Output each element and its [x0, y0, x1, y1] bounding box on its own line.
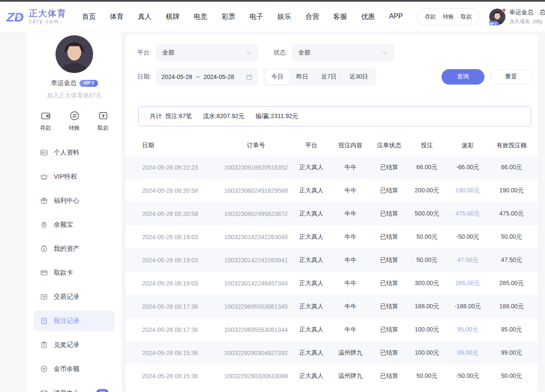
- nav-item[interactable]: 合营: [305, 12, 319, 21]
- gift-icon: [40, 197, 48, 205]
- cell-order-number: 1003229695553081344: [219, 326, 292, 333]
- cell-bet-content: 温州牌九: [330, 349, 371, 357]
- nav-item[interactable]: 真人: [138, 12, 152, 21]
- search-button[interactable]: 查询: [441, 69, 484, 85]
- cell-status: 已结算: [371, 256, 408, 264]
- cell-status: 已结算: [371, 164, 408, 171]
- sidebar-menu: 个人资料 VIP特权 福利中心: [27, 142, 122, 392]
- wallet-action[interactable]: 取款: [461, 13, 472, 21]
- cell-bet-content: 温州牌九: [330, 372, 371, 380]
- filters: 平台: 全部 状态: 全部 日期:: [125, 34, 538, 85]
- sidebar: 幸运金总 VIP 3 加入正大体育第87天 存款: [27, 32, 122, 392]
- nav-item[interactable]: 优惠: [361, 12, 375, 21]
- wallet-action[interactable]: 转账: [443, 13, 454, 21]
- cell-bet-amount: 50.00元: [408, 233, 446, 241]
- sidebar-item-label: 余额宝: [54, 221, 73, 229]
- sidebar-item-redeem-records[interactable]: 兑奖记录: [34, 334, 115, 355]
- cell-date: 2024-05-28 08:22:23: [142, 164, 219, 171]
- sidebar-item-bet-records[interactable]: 投注记录: [34, 310, 115, 331]
- range-7days[interactable]: 近7日: [315, 70, 343, 84]
- cell-status: 已结算: [371, 187, 408, 194]
- user-chip[interactable]: VIP 3 幸运金总 总 永久域名: zdty: [489, 9, 545, 25]
- cell-order-number: 1003230142242263041: [219, 257, 292, 264]
- quick-action-transfer[interactable]: 转账: [69, 110, 80, 132]
- nav-item[interactable]: APP: [389, 12, 403, 21]
- cell-valid-bet: 188.00元: [489, 303, 534, 310]
- cell-valid-bet: 475.00元: [489, 210, 534, 218]
- cell-platform: 正大真人: [292, 256, 330, 264]
- user-meta: 幸运金总 总 永久域名: zdty: [509, 9, 545, 25]
- sidebar-item-yuebao[interactable]: 余额宝: [34, 214, 115, 235]
- logo-mark-icon: ZD: [6, 8, 25, 25]
- col-date: 日期: [142, 142, 219, 149]
- quick-action-withdraw[interactable]: 取款: [97, 110, 109, 132]
- nav-item[interactable]: 娱乐: [277, 12, 291, 21]
- cell-status: 已结算: [371, 326, 408, 334]
- table-row: 2024-05-28 08:17:36 1003229695553081345 …: [125, 295, 538, 318]
- nav-item[interactable]: 电竞: [194, 12, 207, 21]
- quick-action-label: 取款: [97, 124, 109, 132]
- cell-bet-amount: 100.00元: [408, 349, 446, 357]
- transaction-record-icon: [40, 293, 48, 301]
- sidebar-item-messages[interactable]: 消息中心 28: [34, 383, 115, 392]
- cell-payout: 47.50元: [446, 256, 489, 264]
- sidebar-item-coin-balance[interactable]: 金币余额: [34, 359, 115, 379]
- logo-domain: zdty.com: [29, 19, 67, 24]
- chevron-down-icon: [382, 50, 388, 56]
- range-yesterday[interactable]: 昨日: [290, 70, 314, 84]
- quick-action-deposit[interactable]: 存款: [40, 110, 51, 132]
- avatar-image: [55, 35, 93, 73]
- cell-valid-bet: 99.00元: [489, 349, 534, 357]
- reset-button[interactable]: 重置: [490, 69, 532, 85]
- logo[interactable]: ZD 正大体育 zdty.com: [6, 8, 67, 25]
- date-end: 2024-05-28: [204, 73, 234, 80]
- col-order: 订单号: [219, 142, 292, 149]
- date-range-input[interactable]: 2024-05-28 ~ 2024-05-28: [156, 68, 258, 85]
- cell-platform: 正大真人: [292, 233, 330, 241]
- sidebar-item-label: 消息中心: [54, 389, 79, 392]
- col-valid: 有效投注额: [489, 142, 534, 149]
- money-pouch-icon: [40, 221, 48, 229]
- cell-status: 已结算: [371, 210, 408, 218]
- nav-item[interactable]: 棋牌: [166, 12, 180, 21]
- nav-item[interactable]: 首页: [82, 12, 96, 21]
- filter-row-2: 日期: 2024-05-28 ~ 2024-05-28 今日 昨日: [137, 68, 532, 85]
- cell-date: 2024-05-28 08:19:03: [142, 280, 219, 287]
- summary-item: 流水:8207.92元: [203, 112, 244, 120]
- cell-date: 2024-05-28 08:15:36: [142, 349, 219, 356]
- cell-date: 2024-05-28 08:19:03: [142, 234, 219, 240]
- sidebar-item-label: 兑奖记录: [54, 341, 79, 349]
- nav-item[interactable]: 客服: [333, 12, 347, 21]
- range-30days[interactable]: 近30日: [344, 70, 374, 84]
- cell-bet-content: 牛牛: [330, 187, 371, 194]
- profile-avatar[interactable]: [55, 35, 93, 73]
- cell-date: 2024-05-28 08:17:36: [142, 326, 219, 333]
- withdraw-icon: [98, 110, 109, 121]
- screen: ZD 正大体育 zdty.com 首页体育真人棋牌电竞彩票电子娱乐合营客服优惠A…: [0, 0, 545, 392]
- nav-item[interactable]: 彩票: [222, 12, 235, 21]
- cell-bet-amount: 300.00元: [408, 280, 446, 287]
- joined-days-text: 加入正大体育第87天: [27, 92, 122, 100]
- sidebar-item-assets[interactable]: 我的资产: [34, 238, 115, 259]
- sidebar-item-vip[interactable]: VIP特权: [34, 166, 115, 187]
- sidebar-item-profile[interactable]: 个人资料: [34, 142, 115, 163]
- quick-action-label: 转账: [69, 124, 80, 132]
- col-content: 投注内容: [330, 142, 371, 149]
- cell-payout: 95.00元: [446, 326, 489, 334]
- nav-item[interactable]: 体育: [110, 12, 124, 21]
- cell-payout: -50.00元: [446, 372, 489, 380]
- platform-select[interactable]: 全部: [156, 44, 258, 61]
- sidebar-item-withdraw-card[interactable]: 取款卡: [34, 262, 115, 283]
- col-status: 注单状态: [371, 142, 408, 149]
- range-today[interactable]: 今日: [265, 70, 289, 84]
- cell-valid-bet: 50.00元: [489, 372, 534, 380]
- wallet-action[interactable]: 存款: [425, 13, 436, 21]
- chevron-down-icon: [246, 50, 252, 56]
- cell-bet-content: 牛牛: [330, 303, 371, 310]
- nav-item[interactable]: 电子: [250, 12, 263, 21]
- status-select[interactable]: 全部: [292, 44, 394, 61]
- cell-payout: -66.00元: [446, 164, 489, 171]
- sidebar-item-transactions[interactable]: 交易记录: [34, 286, 115, 307]
- sidebar-item-welfare[interactable]: 福利中心: [34, 190, 115, 211]
- date-separator: ~: [196, 73, 200, 80]
